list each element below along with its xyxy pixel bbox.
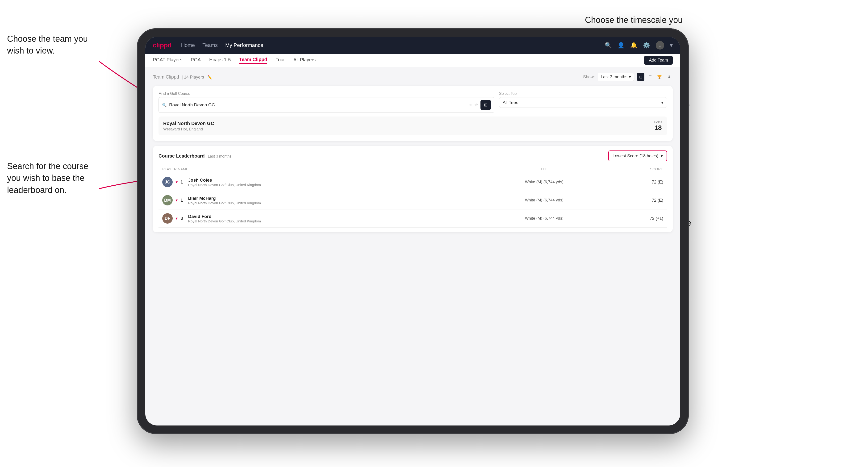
annotation-team-choice-text: Choose the team youwish to view. xyxy=(7,34,88,55)
sub-nav-pga[interactable]: PGA xyxy=(191,57,201,63)
show-dropdown[interactable]: Last 3 months ▾ xyxy=(598,73,634,81)
heart-icon-1[interactable]: ♥ xyxy=(176,180,178,184)
search-row: Find a Golf Course 🔍 Royal North Devon G… xyxy=(158,92,667,113)
favorite-icon[interactable]: ☆ xyxy=(474,102,478,107)
leaderboard-header: Course Leaderboard , Last 3 months Lowes… xyxy=(158,151,667,161)
rank-1: 1 xyxy=(181,180,185,185)
player-name-3: David Ford xyxy=(188,214,261,219)
sort-chevron-icon: ▾ xyxy=(661,153,663,158)
course-location: Westward Ho!, England xyxy=(163,127,214,131)
course-info: Royal North Devon GC Westward Ho!, Engla… xyxy=(163,121,214,131)
player-name-1: Josh Coles xyxy=(188,178,261,183)
main-content: Team Clippd | 14 Players ✏️ Show: Last 3… xyxy=(145,67,680,238)
search-icon[interactable]: 🔍 xyxy=(605,42,612,49)
users-icon[interactable]: 👤 xyxy=(618,42,625,49)
player-club-2: Royal North Devon Golf Club, United King… xyxy=(188,201,261,205)
tablet-frame: clippd Home Teams My Performance 🔍 👤 🔔 ⚙… xyxy=(137,28,689,434)
nav-icons: 🔍 👤 🔔 ⚙️ U ▾ xyxy=(605,41,673,50)
table-row: JC ♥ 1 Josh Coles Royal North Devon Golf… xyxy=(158,173,667,191)
course-search-input[interactable]: 🔍 Royal North Devon GC ✕ ☆ ⊞ xyxy=(158,97,494,113)
search-dark-button[interactable]: ⊞ xyxy=(480,100,491,110)
table-row: DF ♥ 3 David Ford Royal North Devon Golf… xyxy=(158,210,667,228)
tee-cell-1: White (M) (6,744 yds) xyxy=(448,180,640,184)
leaderboard-card: Course Leaderboard , Last 3 months Lowes… xyxy=(153,146,673,232)
edit-icon[interactable]: ✏️ xyxy=(207,75,212,79)
th-tee: TEE xyxy=(448,167,640,171)
leaderboard-title-area: Course Leaderboard , Last 3 months xyxy=(158,153,231,159)
show-controls: Show: Last 3 months ▾ ⊞ ☰ 🏆 ⬇ xyxy=(583,73,673,81)
annotation-course-search: Search for the courseyou wish to base th… xyxy=(7,160,88,196)
settings-icon[interactable]: ⚙️ xyxy=(643,42,650,49)
player-club-1: Royal North Devon Golf Club, United King… xyxy=(188,183,261,187)
sub-nav-pgat[interactable]: PGAT Players xyxy=(153,57,182,63)
user-avatar[interactable]: U xyxy=(656,41,664,50)
score-sort-dropdown[interactable]: Lowest Score (18 holes) ▾ xyxy=(608,151,667,161)
team-header: Team Clippd | 14 Players ✏️ Show: Last 3… xyxy=(153,73,673,81)
leaderboard-table: PLAYER NAME TEE SCORE JC ♥ 1 Josh Coles xyxy=(158,165,667,228)
tee-chevron-icon: ▾ xyxy=(661,100,663,105)
download-button[interactable]: ⬇ xyxy=(665,73,673,81)
show-label: Show: xyxy=(583,74,595,80)
bell-icon[interactable]: 🔔 xyxy=(630,42,637,49)
tablet-screen: clippd Home Teams My Performance 🔍 👤 🔔 ⚙… xyxy=(145,37,680,426)
player-name-2: Blair McHarg xyxy=(188,196,261,201)
tee-group: Select Tee All Tees ▾ xyxy=(499,92,667,113)
holes-label: Holes xyxy=(654,120,662,124)
view-icons: ⊞ ☰ 🏆 ⬇ xyxy=(637,73,673,81)
course-result: Royal North Devon GC Westward Ho!, Engla… xyxy=(158,117,667,135)
player-cell-1: JC ♥ 1 Josh Coles Royal North Devon Golf… xyxy=(162,177,448,187)
tee-label: Select Tee xyxy=(499,92,667,96)
clear-search-icon[interactable]: ✕ xyxy=(469,103,472,107)
score-cell-3: 73 (+1) xyxy=(640,216,663,221)
score-cell-1: 72 (E) xyxy=(640,180,663,185)
sub-nav-hcaps[interactable]: Hcaps 1-5 xyxy=(209,57,231,63)
dropdown-chevron: ▾ xyxy=(629,74,631,80)
tee-cell-2: White (M) (6,744 yds) xyxy=(448,198,640,203)
nav-link-my-performance[interactable]: My Performance xyxy=(225,42,263,49)
player-cell-3: DF ♥ 3 David Ford Royal North Devon Golf… xyxy=(162,213,448,224)
holes-number: 18 xyxy=(654,124,662,132)
table-header: PLAYER NAME TEE SCORE xyxy=(158,165,667,173)
nav-links: Home Teams My Performance xyxy=(181,42,605,49)
list-view-button[interactable]: ☰ xyxy=(646,73,654,81)
player-avatar-2: BM xyxy=(162,195,173,206)
search-card: Find a Golf Course 🔍 Royal North Devon G… xyxy=(153,86,673,141)
player-count: | 14 Players xyxy=(182,75,204,80)
grid-view-button[interactable]: ⊞ xyxy=(637,73,644,81)
annotation-team-choice: Choose the team youwish to view. xyxy=(7,33,88,57)
sort-label: Lowest Score (18 holes) xyxy=(613,154,658,158)
holes-badge: Holes 18 xyxy=(654,120,662,132)
nav-link-home[interactable]: Home xyxy=(181,42,195,49)
heart-icon-3[interactable]: ♥ xyxy=(176,216,178,220)
show-value: Last 3 months xyxy=(601,74,627,80)
sub-nav-tour[interactable]: Tour xyxy=(276,57,285,63)
score-cell-2: 72 (E) xyxy=(640,198,663,203)
rank-3: 3 xyxy=(181,216,185,221)
course-name: Royal North Devon GC xyxy=(163,121,214,126)
trophy-view-button[interactable]: 🏆 xyxy=(656,73,663,81)
player-info-2: Blair McHarg Royal North Devon Golf Club… xyxy=(188,196,261,205)
leaderboard-title: Course Leaderboard xyxy=(158,153,205,158)
sub-nav: PGAT Players PGA Hcaps 1-5 Team Clippd T… xyxy=(145,54,680,67)
player-cell-2: BM ♥ 1 Blair McHarg Royal North Devon Go… xyxy=(162,195,448,206)
rank-2: 1 xyxy=(181,198,185,203)
tee-value: All Tees xyxy=(503,100,518,105)
chevron-down-icon[interactable]: ▾ xyxy=(670,42,673,49)
search-input-value: Royal North Devon GC xyxy=(169,102,467,107)
search-group: Find a Golf Course 🔍 Royal North Devon G… xyxy=(158,92,494,113)
th-player: PLAYER NAME xyxy=(162,167,448,171)
player-info-3: David Ford Royal North Devon Golf Club, … xyxy=(188,214,261,223)
player-avatar-3: DF xyxy=(162,213,173,224)
player-info-1: Josh Coles Royal North Devon Golf Club, … xyxy=(188,178,261,187)
player-club-3: Royal North Devon Golf Club, United King… xyxy=(188,219,261,223)
nav-logo: clippd xyxy=(153,41,172,49)
th-score: SCORE xyxy=(640,167,663,171)
add-team-button[interactable]: Add Team xyxy=(644,56,673,65)
sub-nav-team-clippd[interactable]: Team Clippd xyxy=(239,57,267,64)
heart-icon-2[interactable]: ♥ xyxy=(176,198,178,203)
team-title: Team Clippd | 14 Players xyxy=(153,74,206,80)
sub-nav-all-players[interactable]: All Players xyxy=(293,57,316,63)
nav-link-teams[interactable]: Teams xyxy=(203,42,218,49)
tee-dropdown[interactable]: All Tees ▾ xyxy=(499,97,667,108)
leaderboard-period: , Last 3 months xyxy=(206,154,231,158)
